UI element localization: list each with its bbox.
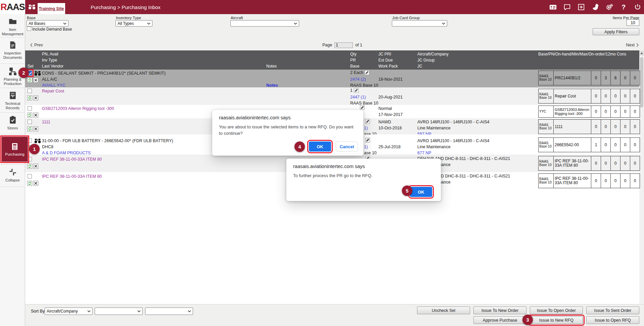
issue-to-sent-order-button[interactable]: Issue To Sent Order: [586, 307, 639, 314]
next-page-button[interactable]: Next: [626, 40, 639, 50]
browser-alert-dialog: raasais.aviationintertec.com says To fur…: [286, 159, 441, 201]
chevron-down-icon: [442, 23, 445, 25]
row-select-checkbox[interactable]: [28, 89, 32, 93]
aircraft-company: AVRO 146RJ100 - 146RJ100 - C-AIS4: [417, 120, 489, 124]
scroll-up-arrow[interactable]: [639, 50, 644, 56]
qty-cell: 2 Each: [350, 70, 369, 75]
include-demand-base-checkbox[interactable]: [27, 27, 31, 31]
pn-description-link[interactable]: IPC REF 38-11-00-33A ITEM 80: [42, 174, 102, 179]
edit-qty-icon[interactable]: [365, 119, 370, 124]
approve-purchase-button[interactable]: Approve Purchase: [473, 316, 526, 324]
vertical-scrollbar[interactable]: [639, 50, 644, 304]
row-select-checkbox[interactable]: [28, 157, 32, 161]
header-icon-bar: [549, 0, 641, 14]
binoculars-icon[interactable]: [34, 138, 41, 144]
row-select-checkbox[interactable]: [28, 106, 32, 111]
aircraft-select[interactable]: [230, 20, 299, 27]
pr-link-fragment[interactable]: 1): [364, 126, 368, 130]
page-label: Page: [322, 43, 332, 47]
refresh-icon[interactable]: [27, 126, 32, 131]
stock-mini-table: RAAS Base 10IPC REF 38-11-00-33A ITEM 80…: [538, 173, 640, 188]
inv-type: DHC8: [42, 145, 53, 149]
issue-to-open-order-button[interactable]: Issue To Open Order: [530, 307, 583, 314]
remove-icon[interactable]: [33, 78, 38, 83]
add-window-icon[interactable]: [578, 3, 585, 11]
stock-mini-table: RAAS Base 10266E5542-00 10000: [538, 137, 640, 152]
settings-icon[interactable]: [606, 3, 613, 11]
sort-select-2[interactable]: [95, 308, 143, 315]
binoculars-icon[interactable]: [28, 4, 36, 10]
uncheck-sel-button[interactable]: Uncheck Sel: [417, 307, 470, 314]
binoculars-icon[interactable]: [34, 71, 41, 76]
edit-qty-icon[interactable]: [365, 138, 370, 142]
refresh-icon[interactable]: [27, 181, 32, 186]
refresh-icon[interactable]: [27, 164, 32, 169]
remove-icon[interactable]: [33, 126, 38, 131]
sort-select-1[interactable]: Aircraft/Company: [45, 308, 93, 315]
dialog-ok-button[interactable]: OK: [309, 141, 331, 152]
power-icon[interactable]: [634, 3, 641, 11]
browser-confirm-dialog: raasais.aviationintertec.com says You ar…: [212, 110, 363, 156]
edit-qty-icon[interactable]: [354, 88, 359, 93]
raas-purchasing-inbox: RAAS Training Site Purchasing > Purchasi…: [0, 0, 644, 326]
pn-description-link[interactable]: GSB2712003 Aileron Rigging tool -300: [42, 106, 114, 111]
aircraft-label: Aircraft: [231, 16, 243, 20]
row-select-checkbox[interactable]: [28, 174, 32, 178]
row-select-checkbox[interactable]: [28, 138, 32, 143]
sort-select-3[interactable]: [145, 308, 193, 315]
chevron-down-icon: [63, 23, 66, 25]
notes-link[interactable]: Notes: [266, 83, 278, 88]
page-input[interactable]: [334, 42, 353, 48]
tab-training-site[interactable]: Training Site: [38, 3, 65, 14]
refresh-icon[interactable]: [27, 78, 32, 83]
issue-to-new-rfq-button[interactable]: Issue to New RFQ: [530, 316, 583, 324]
pie-chart-icon[interactable]: [592, 3, 599, 11]
dialog-ok-button[interactable]: OK: [410, 187, 432, 197]
jc-pri: Normal: [378, 106, 392, 111]
sidebar-item-item-management[interactable]: Item Management: [0, 14, 25, 38]
sidebar-item-inspection-documents[interactable]: Inspection Documents: [0, 38, 25, 64]
table-header: Sel PN, AvailInv TypeLast Vendor Notes Q…: [25, 50, 639, 70]
pn-description-link[interactable]: Repair Cost: [42, 89, 64, 93]
remove-icon[interactable]: [33, 95, 38, 100]
issue-to-open-rfq-button[interactable]: Issue to Open RFQ: [586, 316, 639, 324]
sidebar-item-technical-records[interactable]: Technical Records: [0, 88, 25, 113]
items-per-page-input[interactable]: [627, 19, 639, 26]
inventory-type-select[interactable]: All Types: [116, 20, 152, 27]
id-card-icon[interactable]: [549, 3, 557, 11]
chevron-down-icon: [147, 23, 150, 25]
remove-icon[interactable]: [33, 113, 38, 118]
pr-link[interactable]: 2447 (1): [350, 95, 366, 99]
pr-link[interactable]: 2474 (2): [350, 77, 366, 82]
dialog-cancel-button[interactable]: Cancel: [336, 141, 358, 152]
issue-to-new-order-button[interactable]: Issue To New Order: [473, 307, 526, 314]
job-card-group-select[interactable]: [392, 20, 447, 27]
sidebar-item-stores[interactable]: Stores: [0, 113, 25, 134]
edit-qty-icon[interactable]: [360, 105, 365, 110]
edit-qty-icon[interactable]: [365, 70, 369, 75]
stock-mini-table: YYCGSB2712003 Aileron Rigging tool -300 …: [538, 106, 640, 118]
scroll-thumb[interactable]: [640, 57, 643, 108]
page-of-label: of 1: [355, 43, 362, 47]
dialog-message: You are about to issue the selected item…: [212, 120, 363, 136]
sidebar-item-collapse[interactable]: Collapse: [0, 165, 25, 187]
base-select[interactable]: All Bases: [27, 20, 68, 27]
sidebar: Item Management Inspection Documents Pla…: [0, 14, 25, 326]
stock-mini-table: RAAS Base 10Repair Cost 00000: [538, 89, 640, 104]
pn-description-link[interactable]: IPC REF 38-11-00-33A ITEM 80: [42, 157, 102, 162]
remove-icon[interactable]: [33, 181, 38, 186]
pn-description-link[interactable]: 1111: [42, 120, 50, 124]
remove-icon[interactable]: [33, 164, 38, 169]
qty-cell: [359, 105, 365, 110]
prev-page-button[interactable]: Prev: [30, 40, 43, 50]
last-vendor-link[interactable]: AVIALL YYC: [42, 83, 65, 88]
jc-pri: NAWD: [378, 120, 391, 124]
pr-link-fragment[interactable]: 1): [364, 145, 368, 149]
sidebar-item-purchasing[interactable]: Purchasing: [2, 137, 28, 162]
help-icon[interactable]: [620, 3, 627, 11]
refresh-icon[interactable]: [27, 95, 32, 100]
chat-icon[interactable]: [563, 3, 571, 11]
row-select-checkbox[interactable]: [28, 120, 32, 124]
refresh-icon[interactable]: [27, 113, 32, 118]
apply-filters-button[interactable]: Apply Filters: [593, 28, 639, 35]
